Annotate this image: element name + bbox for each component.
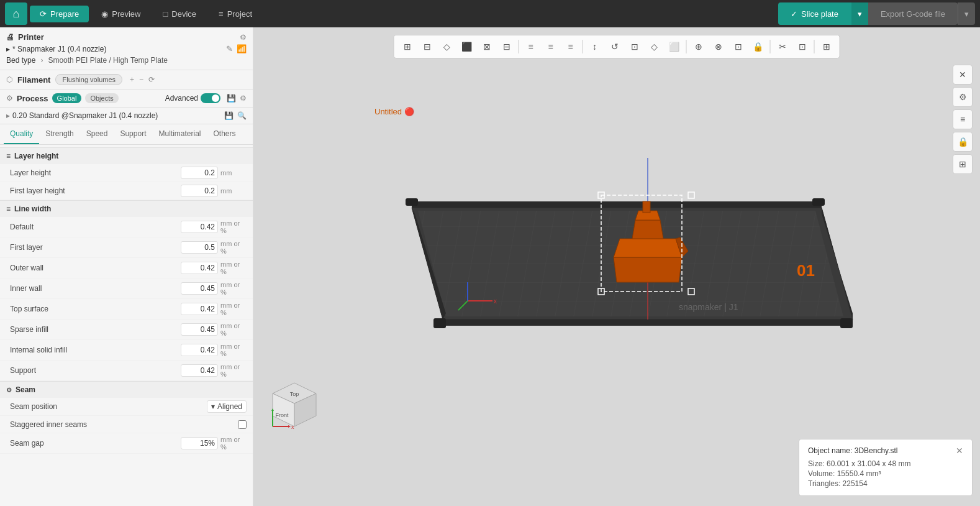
search-profile-icon[interactable]: 🔍 — [237, 111, 247, 120]
tab-speed[interactable]: Speed — [80, 124, 114, 144]
svg-marker-6 — [443, 320, 853, 326]
printer-name[interactable]: ▸ * Snapmaker J1 (0.4 nozzle) — [6, 45, 106, 53]
svg-text:x: x — [494, 298, 497, 305]
layer-height-input[interactable] — [181, 167, 218, 179]
tab-preview[interactable]: ◉ Preview — [91, 6, 150, 22]
first-layer-height-row: First layer height mm — [0, 182, 253, 200]
filament-sync-icon[interactable]: ⟳ — [148, 75, 155, 84]
staggered-inner-seams-label: Staggered inner seams — [10, 420, 238, 429]
outer-wall-width-unit: mm or % — [220, 260, 247, 275]
filament-section: ⬡ Filament Flushing volumes + − ⟳ — [0, 70, 253, 90]
first-layer-height-value: mm — [181, 185, 247, 197]
staggered-inner-seams-row: Staggered inner seams — [0, 416, 253, 433]
close-viewport-button[interactable]: ✕ — [953, 65, 973, 85]
sparse-infill-width-row: Sparse infill mm or % — [0, 320, 253, 340]
home-button[interactable]: ⌂ — [5, 2, 27, 25]
internal-solid-infill-width-input[interactable] — [181, 344, 218, 356]
first-layer-width-unit: mm or % — [220, 240, 247, 255]
orientation-cube[interactable]: Top Front x — [270, 380, 319, 444]
process-settings-icon[interactable]: ⚙ — [240, 94, 247, 103]
internal-solid-infill-width-unit: mm or % — [220, 343, 247, 357]
tab-device[interactable]: □ Device — [153, 6, 207, 22]
printer-settings-icon[interactable]: ⚙ — [240, 33, 247, 42]
process-label: Process — [17, 94, 48, 103]
layer-height-unit: mm — [220, 169, 247, 177]
inner-wall-width-row: Inner wall mm or % — [0, 278, 253, 299]
viewport-controls: ✕ ⚙ ≡ 🔒 ⊞ — [953, 65, 973, 174]
sparse-infill-width-input[interactable] — [181, 323, 218, 336]
project-icon: ≡ — [219, 9, 224, 19]
section-icon-line: ≡ — [6, 205, 11, 213]
object-info-volume: Volume: 15550.4 mm³ — [808, 469, 963, 478]
top-nav: ⌂ ⟳ Prepare ◉ Preview □ Device ≡ Project… — [0, 0, 980, 27]
seam-section-header: ⚙ Seam — [0, 381, 253, 398]
settings-viewport-button[interactable]: ⚙ — [953, 87, 973, 107]
seam-position-select[interactable]: ▾ Aligned — [207, 400, 247, 413]
tag-global[interactable]: Global — [52, 93, 82, 103]
tab-multimaterial[interactable]: Multimaterial — [152, 124, 207, 144]
sparse-infill-width-label: Sparse infill — [10, 325, 181, 334]
viewport[interactable]: ‹ ⊞ ⊟ ◇ ⬛ ⊠ ⊟ ≡ ≡ ≡ ↕ ↺ ⊡ ◇ ⬜ ⊕ ⊗ ⊡ 🔒 ✂ — [253, 27, 980, 506]
tab-prepare[interactable]: ⟳ Prepare — [30, 6, 89, 22]
first-layer-height-unit: mm — [220, 187, 247, 195]
svg-text:x: x — [291, 424, 294, 430]
export-dropdown-button[interactable]: ▾ — [958, 2, 975, 25]
svg-text:Untitled 🔴: Untitled 🔴 — [374, 106, 415, 117]
scene-container: snapmaker | J1 — [253, 27, 980, 506]
tab-project[interactable]: ≡ Project — [209, 6, 262, 22]
profile-name[interactable]: ▸ 0.20 Standard @Snapmaker J1 (0.4 nozzl… — [6, 111, 158, 120]
svg-marker-14 — [614, 257, 682, 282]
section-icon: ≡ — [6, 152, 11, 160]
group-viewport-button[interactable]: ⊞ — [953, 154, 973, 174]
sparse-infill-width-unit: mm or % — [220, 322, 247, 337]
internal-solid-infill-width-row: Internal solid infill mm or % — [0, 340, 253, 361]
printer-icon: 🖨 — [6, 32, 14, 42]
seam-gap-row: Seam gap mm or % — [0, 433, 253, 454]
layer-height-row: Layer height mm — [0, 164, 253, 182]
filament-remove-icon[interactable]: − — [139, 75, 143, 84]
advanced-label: Advanced — [165, 94, 198, 103]
advanced-toggle-switch[interactable] — [201, 93, 220, 103]
tag-objects[interactable]: Objects — [85, 93, 118, 103]
left-panel: 🖨 Printer ⚙ ▸ * Snapmaker J1 (0.4 nozzle… — [0, 27, 253, 506]
svg-rect-8 — [812, 198, 825, 206]
tab-support[interactable]: Support — [114, 124, 152, 144]
seam-gap-input[interactable] — [181, 437, 218, 449]
export-gcode-button[interactable]: Export G-code file — [868, 2, 958, 25]
default-width-input[interactable] — [181, 221, 218, 233]
tab-quality[interactable]: Quality — [4, 124, 39, 144]
layers-viewport-button[interactable]: ≡ — [953, 109, 973, 129]
top-surface-width-input[interactable] — [181, 303, 218, 315]
profile-section: ▸ 0.20 Standard @Snapmaker J1 (0.4 nozzl… — [0, 108, 253, 124]
wifi-icon[interactable]: 📶 — [237, 44, 247, 53]
object-info-close-button[interactable]: ✕ — [956, 446, 963, 456]
slice-dropdown-button[interactable]: ▾ — [851, 2, 868, 25]
tab-strength[interactable]: Strength — [39, 124, 79, 144]
svg-rect-7 — [406, 198, 418, 206]
inner-wall-width-unit: mm or % — [220, 281, 247, 296]
lock-viewport-button[interactable]: 🔒 — [953, 132, 973, 152]
first-layer-height-input[interactable] — [181, 185, 218, 197]
inner-wall-width-input[interactable] — [181, 282, 218, 295]
slice-check-icon: ✓ — [791, 9, 797, 19]
top-surface-width-row: Top surface mm or % — [0, 299, 253, 320]
object-info-size: Size: 60.001 x 31.004 x 48 mm — [808, 459, 963, 468]
flushing-volumes-button[interactable]: Flushing volumes — [55, 74, 122, 85]
process-save-icon[interactable]: 💾 — [227, 94, 236, 103]
tab-others[interactable]: Others — [207, 124, 242, 144]
edit-printer-icon[interactable]: ✎ — [226, 44, 233, 53]
support-width-input[interactable] — [181, 364, 218, 377]
slice-plate-button[interactable]: ✓ Slice plate — [778, 2, 851, 25]
staggered-inner-seams-checkbox[interactable] — [238, 420, 247, 429]
first-layer-width-input[interactable] — [181, 241, 218, 254]
chevron-down-icon: ▸ — [6, 111, 10, 120]
filament-add-icon[interactable]: + — [130, 75, 134, 84]
inner-wall-width-label: Inner wall — [10, 284, 181, 293]
svg-text:snapmaker | J1: snapmaker | J1 — [679, 302, 738, 312]
quality-tabs: Quality Strength Speed Support Multimate… — [0, 124, 253, 145]
save-profile-icon[interactable]: 💾 — [224, 111, 234, 120]
object-info-name: Object name: 3DBenchy.stl — [808, 446, 898, 455]
svg-rect-9 — [433, 318, 446, 328]
outer-wall-width-input[interactable] — [181, 262, 218, 274]
layer-height-label: Layer height — [10, 168, 181, 177]
